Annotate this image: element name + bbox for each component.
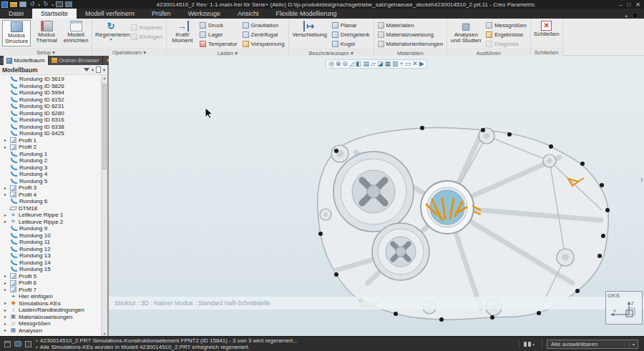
- tree-item[interactable]: ▸≈Leitkurve Rippe 2: [0, 219, 107, 226]
- checkbox-icon[interactable]: [25, 341, 31, 347]
- group-label-operationen[interactable]: Operationen ▾: [92, 48, 166, 56]
- tree-item[interactable]: ▸▣Materialzuweisungen: [0, 314, 107, 321]
- verschiebung-button[interactable]: ↦ Verschiebung: [291, 20, 328, 39]
- close-icon[interactable]: ✕: [635, 1, 640, 8]
- chevron-down-icon[interactable]: ▾: [532, 342, 535, 347]
- saved-orientations-icon[interactable]: ▦: [385, 61, 391, 67]
- tree-item[interactable]: Rundung ID 6338: [0, 124, 107, 131]
- new-window-icon[interactable]: [56, 1, 63, 7]
- druck-button[interactable]: Druck: [198, 21, 238, 30]
- save-icon[interactable]: [19, 1, 26, 7]
- temperatur-button[interactable]: Temperatur: [198, 39, 238, 49]
- zoom-out-icon[interactable]: ⊖: [343, 61, 348, 67]
- expand-arrow-icon[interactable]: ▸: [4, 186, 10, 190]
- modus-structure-button[interactable]: Modus Structure: [2, 20, 31, 46]
- datum-display-icon[interactable]: +: [400, 61, 404, 67]
- lager-button[interactable]: Lager: [198, 30, 238, 39]
- tree-item[interactable]: Rundung 3: [0, 164, 107, 172]
- materialorientierungen-button[interactable]: Materialorientierungen: [376, 39, 445, 49]
- tree-item[interactable]: Rundung ID 6231: [0, 103, 107, 110]
- selection-filter-select[interactable]: Alle auswählbaren ▾: [547, 340, 638, 349]
- tree-item[interactable]: ▸≈Leitkurve Rippe 1: [0, 212, 107, 219]
- expand-arrow-icon[interactable]: ▸: [4, 328, 10, 332]
- schliessen-button[interactable]: ✕ Schließen: [533, 20, 560, 38]
- tab-pr-fen[interactable]: Prüfen: [143, 9, 180, 19]
- shading-icon[interactable]: ◧: [356, 61, 362, 67]
- materialien-button[interactable]: Materialien: [376, 21, 445, 30]
- spin-center-icon[interactable]: ✕: [412, 61, 418, 67]
- tab-modell-verfeinern[interactable]: Modell verfeinern: [77, 9, 143, 19]
- zentrifugal-button[interactable]: Zentrifugal: [241, 30, 286, 39]
- tree-item[interactable]: ▸Profil 3: [0, 184, 107, 192]
- view-manager-icon[interactable]: ▥: [392, 61, 399, 67]
- chevron-down-icon[interactable]: ▾: [38, 2, 40, 7]
- drehgelenk-button[interactable]: Drehgelenk: [331, 30, 371, 39]
- find-icon[interactable]: [524, 342, 527, 347]
- tree-item[interactable]: ▸◆Simulations-KEs: [0, 300, 107, 307]
- tree-item[interactable]: Rundung 9: [0, 225, 107, 232]
- tree-item[interactable]: DTM18: [0, 205, 107, 212]
- tree-item[interactable]: Rundung 6: [0, 198, 107, 205]
- tree-item[interactable]: Rundung 2: [0, 157, 107, 164]
- tab-datei[interactable]: Datei: [0, 9, 32, 19]
- scroll-down-icon[interactable]: ▾: [102, 331, 107, 336]
- app-icon[interactable]: [1, 1, 8, 8]
- chevron-down-icon[interactable]: ▾: [629, 342, 638, 347]
- tree-item[interactable]: Rundung ID 5994: [0, 89, 107, 97]
- undo-icon[interactable]: ↺: [29, 1, 36, 7]
- expand-arrow-icon[interactable]: ▸: [4, 274, 10, 278]
- gravitation-button[interactable]: Gravitation: [241, 21, 286, 30]
- tree-item[interactable]: ▸Profil 5: [0, 273, 107, 280]
- kraft-moment-button[interactable]: → Kraft/ Moment: [169, 20, 196, 45]
- ergebnisse-button[interactable]: Ergebnisse: [484, 30, 527, 39]
- tree-item[interactable]: Rundung 11: [0, 239, 107, 246]
- planar-button[interactable]: Planar: [331, 21, 371, 30]
- expand-arrow-icon[interactable]: ▸: [4, 322, 10, 326]
- help-icon[interactable]: [632, 12, 638, 19]
- expand-arrow-icon[interactable]: ▸: [4, 145, 10, 149]
- materialzuweisung-button[interactable]: Materialzuweisung: [376, 30, 445, 39]
- tree-item[interactable]: Rundung ID 6316: [0, 117, 107, 124]
- maximize-icon[interactable]: □: [627, 1, 630, 8]
- expand-arrow-icon[interactable]: ▸: [4, 315, 10, 319]
- tree-item[interactable]: ▸Profil 2: [0, 144, 107, 151]
- tree-item[interactable]: Rundung 13: [0, 252, 107, 259]
- chevron-down-icon[interactable]: ▾: [92, 67, 94, 72]
- modus-thermal-button[interactable]: Modus Thermal: [33, 20, 60, 45]
- tree-item[interactable]: ▸▱Messgrößen: [0, 320, 107, 327]
- tab-modellbaum[interactable]: Modellbaum: [4, 56, 49, 65]
- tree-item[interactable]: Rundung 10: [0, 232, 107, 239]
- tree-item[interactable]: ▸↓Lasten/Randbedingungen: [0, 307, 107, 314]
- expand-arrow-icon[interactable]: ▸: [4, 301, 10, 305]
- tree-item[interactable]: Rundung 1: [0, 151, 107, 158]
- tab-ansicht[interactable]: Ansicht: [229, 9, 268, 19]
- group-label-schliessen[interactable]: Schließen: [531, 48, 562, 56]
- tree-scrollbar[interactable]: ▴ ▾: [101, 75, 107, 336]
- tree-item[interactable]: ▸Profil 6: [0, 280, 107, 287]
- diagnose-button[interactable]: Diagnose: [484, 39, 527, 49]
- tree-item[interactable]: Rundung 12: [0, 246, 107, 253]
- tree-item[interactable]: ▸Profil 7: [0, 287, 107, 294]
- tab-startseite[interactable]: Startseite: [32, 9, 77, 19]
- tree-item[interactable]: ▸▦Analysen: [0, 327, 107, 335]
- regenerieren-button[interactable]: ↻ Regenerieren ▾: [94, 20, 127, 42]
- tree-item[interactable]: ▸Profil 1: [0, 137, 107, 144]
- chevron-down-icon[interactable]: ▾: [52, 2, 54, 7]
- scroll-up-icon[interactable]: ▴: [102, 75, 107, 80]
- analysen-studien-button[interactable]: ▧ Analysen und Studien: [449, 20, 482, 45]
- minimize-icon[interactable]: –: [619, 1, 622, 8]
- section-icon[interactable]: ◪: [377, 61, 384, 67]
- messgroessen-button[interactable]: Messgrößen: [484, 21, 527, 30]
- repaint-icon[interactable]: ◿: [349, 61, 354, 67]
- tree-item[interactable]: Rundung 14: [0, 259, 107, 267]
- message-log-icon[interactable]: [4, 341, 11, 347]
- tab-ordner-browser[interactable]: Ordner-Browser: [49, 56, 103, 65]
- kugel-button[interactable]: Kugel: [331, 39, 371, 49]
- vorspannung-button[interactable]: Vorspannung: [241, 39, 286, 49]
- graphics-viewport[interactable]: ◎⊕⊖◿◧▤▱◪▦▥+▭✕▶ Struktur : 3D : Nativer M…: [109, 56, 644, 336]
- expand-arrow-icon[interactable]: ▸: [4, 192, 10, 197]
- zoom-in-icon[interactable]: ⊕: [336, 61, 341, 67]
- panel-expand-chevron[interactable]: ›: [640, 174, 643, 184]
- kopieren-button[interactable]: Kopieren: [130, 23, 164, 32]
- expand-arrow-icon[interactable]: ▸: [4, 219, 10, 224]
